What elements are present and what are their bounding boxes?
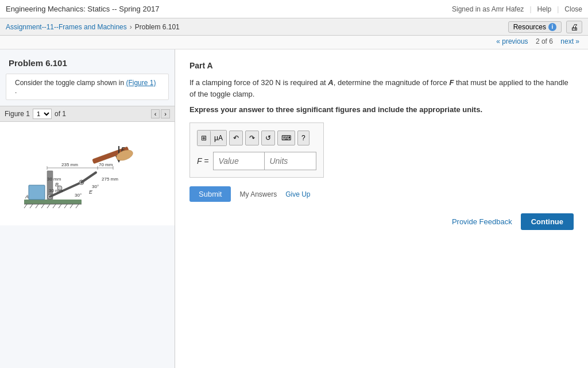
problem-text-2: , determine the magnitude of force [334, 78, 450, 87]
svg-text:30°: 30° [75, 193, 82, 198]
figure-canvas: A E B [0, 122, 175, 225]
redo-button[interactable]: ↷ [245, 131, 259, 145]
give-up-link[interactable]: Give Up [285, 190, 310, 198]
answer-box: ⊞ μA ↶ ↷ ↺ ⌨ ? [189, 122, 324, 178]
main-layout: Problem 6.101 Consider the toggle clamp … [0, 49, 588, 368]
action-row: Submit My Answers Give Up [189, 186, 574, 202]
previous-link[interactable]: « previous [496, 37, 528, 45]
toolbar-btn-group: ⊞ μA [197, 130, 227, 146]
svg-line-3 [30, 204, 33, 208]
breadcrumb-bar: Assignment--11--Frames and Machines › Pr… [0, 18, 588, 36]
topbar-right: Signed in as Amr Hafez | Help | Close [452, 5, 582, 13]
resources-label: Resources [513, 23, 546, 31]
svg-line-18 [82, 172, 96, 182]
figure-next-button[interactable]: › [161, 109, 170, 118]
provide-feedback-link[interactable]: Provide Feedback [452, 217, 512, 226]
refresh-button[interactable]: ↺ [261, 131, 275, 145]
svg-text:275 mm: 275 mm [102, 177, 118, 182]
continue-button[interactable]: Continue [521, 213, 574, 230]
units-input[interactable] [265, 152, 316, 170]
svg-text:B: B [55, 182, 59, 187]
svg-line-2 [24, 204, 27, 208]
figure-header-left: Figure 1 1 of 1 [5, 109, 66, 119]
figure-of: of 1 [55, 110, 66, 118]
svg-text:30°: 30° [92, 184, 99, 189]
submit-button[interactable]: Submit [189, 186, 231, 202]
problem-description: Consider the toggle clamp shown in (Figu… [6, 74, 169, 100]
mu-button[interactable]: μA [211, 131, 226, 145]
svg-line-5 [41, 204, 44, 208]
figure-select[interactable]: 1 [33, 109, 52, 119]
refresh-icon: ↺ [265, 134, 271, 142]
svg-line-4 [36, 204, 38, 208]
svg-text:E: E [89, 189, 93, 195]
bottom-actions: Provide Feedback Continue [189, 213, 574, 230]
figure-link[interactable]: (Figure 1) [126, 79, 156, 87]
right-panel: Part A If a clamping force of 320 N is r… [175, 49, 588, 368]
assignment-link[interactable]: Assignment--11--Frames and Machines [6, 23, 127, 31]
svg-text:30 mm: 30 mm [47, 177, 61, 182]
figure-label: Figure 1 [5, 110, 30, 118]
svg-line-6 [47, 204, 50, 208]
resources-icon: i [548, 23, 556, 31]
left-panel: Problem 6.101 Consider the toggle clamp … [0, 49, 175, 368]
divider2: | [557, 5, 559, 13]
svg-line-9 [64, 204, 67, 208]
svg-line-11 [76, 204, 79, 208]
undo-icon: ↶ [233, 134, 239, 142]
value-input[interactable] [213, 152, 265, 170]
figure-prev-button[interactable]: ‹ [151, 109, 160, 118]
keyboard-icon: ⌨ [281, 134, 291, 142]
matrix-icon: ⊞ [201, 134, 207, 142]
breadcrumb: Assignment--11--Frames and Machines › Pr… [6, 23, 180, 31]
breadcrumb-sep: › [130, 23, 132, 31]
problem-point: A [328, 78, 333, 87]
pagination-current: 2 of 6 [536, 37, 553, 45]
description-period: . [15, 87, 17, 95]
redo-icon: ↷ [249, 134, 255, 142]
next-link[interactable]: next » [560, 37, 579, 45]
svg-rect-0 [24, 200, 82, 204]
svg-line-10 [70, 204, 73, 208]
svg-line-7 [53, 204, 56, 208]
svg-text:235 mm: 235 mm [61, 162, 78, 167]
figure-area: Figure 1 1 of 1 ‹ › [0, 106, 175, 368]
svg-rect-13 [29, 185, 45, 200]
problem-text-1: If a clamping force of 320 N is required… [189, 78, 328, 87]
equals-label: F = [197, 156, 208, 166]
my-answers-link[interactable]: My Answers [239, 190, 277, 198]
mu-icon: μA [214, 134, 223, 142]
problem-text: If a clamping force of 320 N is required… [189, 77, 574, 99]
problem-title: Problem 6.101 [0, 49, 175, 74]
pagination-bar: « previous 2 of 6 next » [0, 36, 588, 49]
help-toolbar-button[interactable]: ? [297, 131, 310, 145]
divider1: | [529, 5, 531, 13]
figure-svg: A E B [13, 128, 162, 220]
help-link[interactable]: Help [537, 5, 552, 13]
signed-in-text: Signed in as Amr Hafez [452, 5, 524, 13]
matrix-button[interactable]: ⊞ [198, 131, 211, 145]
app-title: Engineering Mechanics: Statics -- Spring… [6, 5, 159, 13]
svg-line-8 [59, 204, 61, 208]
undo-button[interactable]: ↶ [229, 131, 243, 145]
figure-nav: ‹ › [151, 109, 170, 118]
toolbar: ⊞ μA ↶ ↷ ↺ ⌨ ? [197, 130, 316, 146]
problem-breadcrumb: Problem 6.101 [135, 23, 180, 31]
breadcrumb-actions: Resources i 🖨 [508, 21, 582, 33]
resources-button[interactable]: Resources i [508, 21, 562, 33]
close-link[interactable]: Close [564, 5, 582, 13]
description-text: Consider the toggle clamp shown in [15, 79, 126, 87]
instructions: Express your answer to three significant… [189, 105, 574, 114]
print-button[interactable]: 🖨 [566, 21, 582, 33]
keyboard-button[interactable]: ⌨ [277, 131, 295, 145]
svg-text:30 mm: 30 mm [49, 188, 63, 193]
svg-text:A: A [25, 194, 29, 200]
help-icon: ? [301, 134, 305, 142]
answer-input-row: F = [197, 152, 316, 170]
topbar: Engineering Mechanics: Statics -- Spring… [0, 0, 588, 18]
part-label: Part A [189, 61, 574, 70]
figure-header: Figure 1 1 of 1 ‹ › [0, 106, 175, 122]
svg-text:70 mm: 70 mm [99, 162, 113, 167]
